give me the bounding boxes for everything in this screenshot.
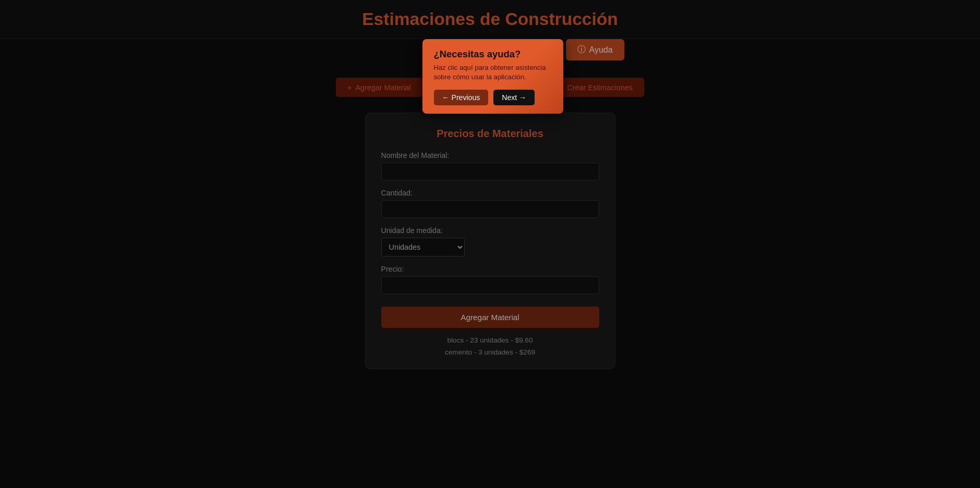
ayuda-button[interactable]: ⓘ Ayuda bbox=[566, 39, 624, 60]
toolbar-area: ¿Necesitas ayuda? Haz clic aquí para obt… bbox=[0, 39, 980, 46]
list-item: blocs - 23 unidades - $9.60 bbox=[381, 334, 599, 346]
form-title: Precios de Materiales bbox=[381, 128, 599, 140]
next-button[interactable]: Next → bbox=[493, 90, 535, 105]
help-popup-heading: ¿Necesitas ayuda? bbox=[434, 48, 552, 60]
crear-estimaciones-label: Crear Estimaciones bbox=[567, 83, 633, 92]
app-title: Estimaciones de Construcción bbox=[0, 9, 980, 29]
agregar-material-label: Agregar Material bbox=[355, 83, 410, 92]
question-icon: ⓘ bbox=[577, 44, 586, 55]
agregar-material-button[interactable]: + Agregar Material bbox=[336, 78, 422, 97]
help-popup: ¿Necesitas ayuda? Haz clic aquí para obt… bbox=[422, 39, 563, 114]
list-item: cemento - 3 unidades - $269 bbox=[381, 346, 599, 358]
unidad-select[interactable]: Unidades Metros Kilos Litros bbox=[381, 238, 465, 257]
app-header: Estimaciones de Construcción bbox=[0, 0, 980, 39]
precio-input[interactable] bbox=[381, 276, 599, 294]
unidad-label: Unidad de medida: bbox=[381, 226, 599, 235]
unidad-group: Unidad de medida: Unidades Metros Kilos … bbox=[381, 226, 599, 257]
submit-agregar-button[interactable]: Agregar Material bbox=[381, 307, 599, 328]
nombre-material-group: Nombre del Material: bbox=[381, 151, 599, 180]
cantidad-group: Cantidad: bbox=[381, 189, 599, 218]
cantidad-label: Cantidad: bbox=[381, 189, 599, 197]
nombre-material-input[interactable] bbox=[381, 163, 599, 180]
help-popup-buttons: ← Previous Next → bbox=[434, 90, 552, 105]
nombre-material-label: Nombre del Material: bbox=[381, 151, 599, 160]
precio-group: Precio: bbox=[381, 265, 599, 294]
ayuda-label: Ayuda bbox=[589, 45, 613, 55]
plus-icon-1: + bbox=[347, 83, 352, 92]
help-popup-description: Haz clic aquí para obtener asistencia so… bbox=[434, 63, 552, 82]
main-form-card: Precios de Materiales Nombre del Materia… bbox=[365, 113, 615, 369]
material-list: blocs - 23 unidades - $9.60 cemento - 3 … bbox=[381, 334, 599, 358]
previous-button[interactable]: ← Previous bbox=[434, 90, 489, 105]
cantidad-input[interactable] bbox=[381, 200, 599, 218]
precio-label: Precio: bbox=[381, 265, 599, 273]
